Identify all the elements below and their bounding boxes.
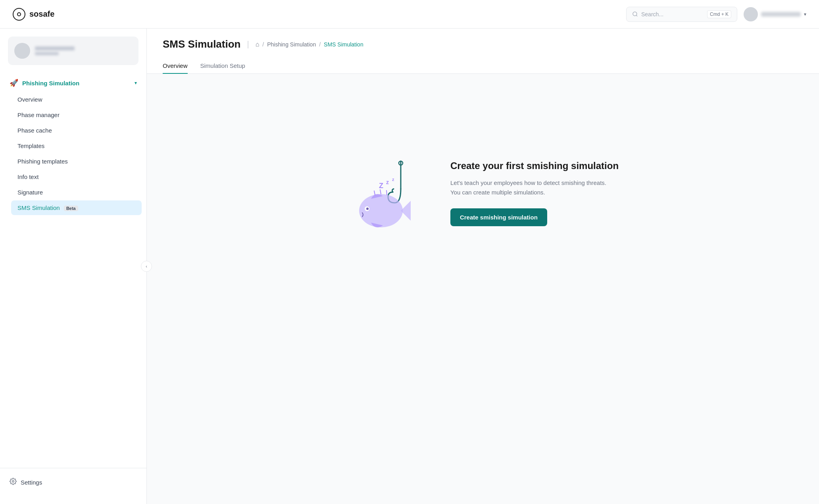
nav-sub-items: Overview Phase manager Phase cache Templ… (5, 92, 142, 215)
beta-badge: Beta (64, 206, 78, 211)
svg-line-1 (636, 15, 637, 16)
search-shortcut: Cmd + K (707, 10, 731, 18)
svg-point-0 (633, 12, 637, 16)
breadcrumb-parent[interactable]: Phishing Simulation (267, 41, 316, 48)
sidebar: 🚀 Phishing Simulation ▾ Overview Phase m… (0, 29, 147, 504)
sidebar-item-info-text[interactable]: Info text (11, 169, 142, 184)
create-smishing-simulation-button[interactable]: Create smishing simulation (450, 208, 547, 226)
content-header: SMS Simulation | ⌂ / Phishing Simulation… (147, 29, 819, 74)
svg-line-9 (380, 190, 381, 194)
tabs: Overview Simulation Setup (163, 58, 803, 73)
sidebar-item-phase-cache[interactable]: Phase cache (11, 123, 142, 138)
empty-state: Z z z Create your first smishing simulat… (147, 74, 819, 312)
rocket-icon: 🚀 (10, 79, 18, 87)
search-icon (632, 11, 638, 17)
svg-point-7 (366, 208, 369, 210)
main-layout: 🚀 Phishing Simulation ▾ Overview Phase m… (0, 29, 819, 504)
profile-name (35, 46, 75, 50)
breadcrumb-home-icon[interactable]: ⌂ (256, 41, 260, 48)
search-bar[interactable]: Search... Cmd + K (626, 7, 737, 22)
empty-state-title: Create your first smishing simulation (450, 160, 619, 172)
smishing-illustration: Z z z (347, 153, 427, 233)
svg-point-5 (359, 194, 403, 227)
sidebar-bottom: Settings (0, 468, 146, 496)
svg-text:Z: Z (379, 182, 383, 190)
sidebar-item-templates[interactable]: Templates (11, 139, 142, 153)
sidebar-section-phishing-simulation[interactable]: 🚀 Phishing Simulation ▾ (5, 75, 142, 91)
tab-simulation-setup[interactable]: Simulation Setup (200, 58, 245, 74)
svg-text:z: z (392, 177, 394, 182)
empty-state-description: Let's teach your employees how to detect… (450, 178, 619, 197)
breadcrumb-sep-1: / (262, 41, 264, 48)
search-placeholder: Search... (641, 11, 704, 17)
settings-icon (10, 478, 17, 487)
sidebar-profile (8, 37, 138, 65)
profile-avatar (14, 43, 30, 59)
breadcrumb: ⌂ / Phishing Simulation / SMS Simulation (256, 41, 363, 48)
empty-state-inner: Z z z Create your first smishing simulat… (347, 153, 619, 233)
tab-overview[interactable]: Overview (163, 58, 188, 74)
settings-label: Settings (21, 479, 42, 486)
main-content: SMS Simulation | ⌂ / Phishing Simulation… (147, 29, 819, 504)
breadcrumb-current: SMS Simulation (324, 41, 363, 48)
profile-subtitle (35, 52, 59, 55)
breadcrumb-sep-2: / (319, 41, 321, 48)
title-divider: | (247, 40, 249, 49)
user-menu[interactable]: ▾ (744, 7, 806, 21)
chevron-icon: ▾ (135, 80, 137, 86)
empty-state-text: Create your first smishing simulation Le… (450, 160, 619, 226)
sidebar-item-phase-manager[interactable]: Phase manager (11, 108, 142, 122)
sidebar-item-overview[interactable]: Overview (11, 92, 142, 107)
nav-section-label: Phishing Simulation (22, 80, 131, 87)
empty-state-illustration: Z z z (347, 153, 427, 233)
logo-text: sosafe (29, 10, 54, 19)
sidebar-item-signature[interactable]: Signature (11, 185, 142, 200)
sidebar-collapse-button[interactable]: ‹ (141, 261, 152, 272)
sidebar-item-phishing-templates[interactable]: Phishing templates (11, 154, 142, 169)
svg-line-10 (386, 190, 387, 195)
page-title: SMS Simulation (163, 38, 240, 50)
header-right: Search... Cmd + K ▾ (626, 7, 806, 22)
svg-point-2 (12, 481, 14, 483)
profile-info (35, 46, 75, 55)
svg-line-8 (374, 191, 375, 195)
user-avatar (744, 7, 758, 21)
sidebar-item-sms-simulation[interactable]: SMS Simulation Beta (11, 200, 142, 215)
svg-text:z: z (386, 179, 389, 185)
logo: sosafe (13, 8, 54, 21)
sidebar-nav: 🚀 Phishing Simulation ▾ Overview Phase m… (0, 75, 146, 468)
settings-item[interactable]: Settings (10, 475, 137, 490)
user-name (761, 12, 801, 17)
app-header: sosafe Search... Cmd + K ▾ (0, 0, 819, 29)
chevron-down-icon: ▾ (804, 12, 806, 17)
logo-icon (13, 8, 25, 21)
page-title-row: SMS Simulation | ⌂ / Phishing Simulation… (163, 38, 803, 50)
